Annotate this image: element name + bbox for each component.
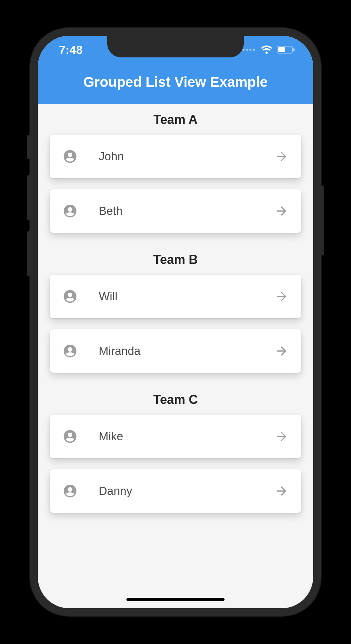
group-header: Team A <box>38 104 313 135</box>
person-icon <box>62 149 78 164</box>
page-title: Grouped List View Example <box>83 74 268 90</box>
power-button <box>321 186 324 255</box>
volume-up-button <box>27 175 30 220</box>
volume-down-button <box>27 231 30 276</box>
list-item-label: Beth <box>99 204 275 218</box>
group-header: Team C <box>38 384 313 415</box>
arrow-right-icon <box>275 484 289 498</box>
screen: 7:48 Gro <box>38 36 313 608</box>
person-icon <box>62 289 78 304</box>
list-item-label: Danny <box>99 484 275 498</box>
notch <box>107 36 244 57</box>
silence-switch <box>27 135 30 159</box>
arrow-right-icon <box>275 344 289 358</box>
cellular-icon <box>242 49 255 51</box>
list-item-label: Will <box>99 290 275 303</box>
arrow-right-icon <box>275 149 289 163</box>
list-item[interactable]: Beth <box>50 189 301 233</box>
app-bar: Grouped List View Example <box>38 71 313 104</box>
battery-icon <box>277 46 296 54</box>
person-icon <box>62 429 78 444</box>
grouped-list[interactable]: Team A John Beth Team B <box>38 104 313 538</box>
list-item[interactable]: Danny <box>50 469 301 513</box>
status-icons <box>242 46 296 54</box>
status-time: 7:48 <box>59 43 83 57</box>
list-item[interactable]: Mike <box>50 415 301 458</box>
arrow-right-icon <box>275 204 289 218</box>
group-header: Team B <box>38 244 313 275</box>
arrow-right-icon <box>275 289 289 303</box>
list-item[interactable]: Miranda <box>50 329 301 373</box>
list-item[interactable]: John <box>50 135 301 178</box>
wifi-icon <box>261 46 273 54</box>
list-item-label: Miranda <box>99 344 275 358</box>
arrow-right-icon <box>275 429 289 443</box>
person-icon <box>62 483 78 499</box>
person-icon <box>62 203 78 219</box>
phone-frame: 7:48 Gro <box>30 28 321 616</box>
svg-rect-1 <box>278 47 285 52</box>
list-item[interactable]: Will <box>50 275 301 318</box>
home-indicator[interactable] <box>126 598 225 601</box>
person-icon <box>62 343 78 359</box>
list-item-label: John <box>99 150 275 163</box>
list-item-label: Mike <box>99 430 275 443</box>
svg-rect-2 <box>293 48 295 51</box>
